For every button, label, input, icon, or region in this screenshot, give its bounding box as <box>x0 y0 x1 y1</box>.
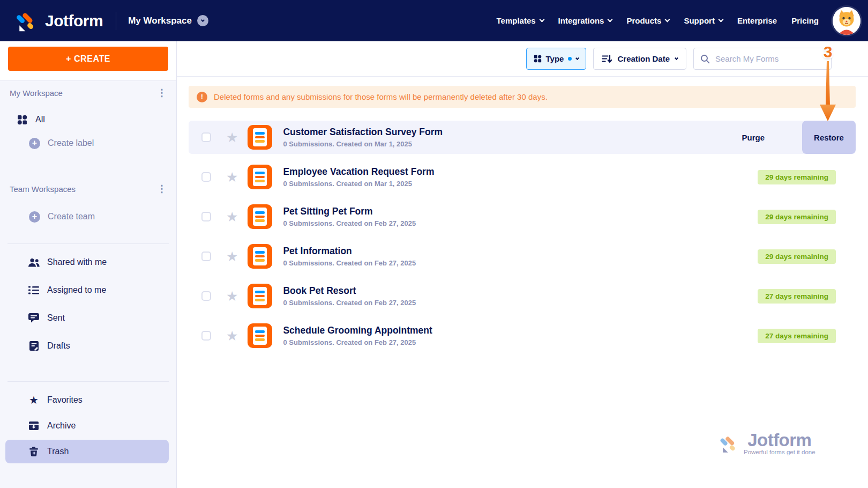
sidebar-item-label: Sent <box>47 313 65 323</box>
row-checkbox[interactable] <box>201 252 211 261</box>
table-row[interactable]: ★ Employee Vacation Request Form 0 Submi… <box>189 160 856 194</box>
create-button[interactable]: + CREATE <box>8 47 168 71</box>
days-remaining-badge: 29 days remaining <box>758 210 836 224</box>
table-row[interactable]: ★ Customer Satisfaction Survey Form 0 Su… <box>189 121 856 154</box>
jotform-logo[interactable]: Jotform <box>15 9 103 33</box>
jotform-logo-icon <box>15 9 39 33</box>
nav-support[interactable]: Support <box>684 16 723 25</box>
chevron-down-icon <box>539 17 544 23</box>
form-meta: 0 Submissions. Created on Feb 27, 2025 <box>283 259 416 267</box>
type-filter-button[interactable]: Type <box>526 48 587 70</box>
chevron-down-icon <box>608 17 613 23</box>
header-divider <box>116 12 116 30</box>
favorite-star-icon[interactable]: ★ <box>226 290 238 303</box>
form-info: Pet Information 0 Submissions. Created o… <box>283 246 416 267</box>
warning-text: Deleted forms and any submissions for th… <box>214 92 548 101</box>
workspace-switcher[interactable]: My Workspace <box>128 15 208 26</box>
favorite-star-icon[interactable]: ★ <box>226 250 238 263</box>
main-nav: Templates Integrations Products Support … <box>496 16 819 25</box>
favorite-star-icon[interactable]: ★ <box>226 131 238 144</box>
purge-button[interactable]: Purge <box>742 133 765 142</box>
form-title[interactable]: Customer Satisfaction Survey Form <box>283 127 443 138</box>
row-checkbox[interactable] <box>201 172 211 182</box>
form-title[interactable]: Book Pet Resort <box>283 285 416 297</box>
favorite-star-icon[interactable]: ★ <box>226 329 238 343</box>
section-title: Team Workspaces <box>10 184 76 194</box>
sidebar: + CREATE My Workspace ⋮ All + Create lab… <box>0 41 177 488</box>
form-info: Employee Vacation Request Form 0 Submiss… <box>283 166 434 188</box>
trash-warning-banner: ! Deleted forms and any submissions for … <box>189 86 856 108</box>
sidebar-item-label: Assigned to me <box>47 285 106 295</box>
sidebar-item-create-label[interactable]: + Create label <box>0 131 176 155</box>
form-title[interactable]: Pet Information <box>283 246 416 257</box>
sidebar-item-label: Drafts <box>47 341 70 351</box>
table-row[interactable]: ★ Book Pet Resort 0 Submissions. Created… <box>189 279 856 313</box>
sort-icon <box>602 54 612 64</box>
sidebar-item-shared-with-me[interactable]: Shared with me <box>0 250 176 274</box>
sidebar-item-favorites[interactable]: ★ Favorites <box>0 388 176 412</box>
form-list-area: ! Deleted forms and any submissions for … <box>177 77 868 488</box>
jotform-watermark: Jotform Powerful forms get it done <box>719 432 815 455</box>
sidebar-item-label: Trash <box>47 447 69 456</box>
sort-button[interactable]: Creation Date <box>593 48 686 70</box>
form-list: ★ Customer Satisfaction Survey Form 0 Su… <box>189 121 856 359</box>
avatar-cat-illustration <box>833 7 860 35</box>
form-title[interactable]: Pet Sitting Pet Form <box>283 206 416 217</box>
nav-enterprise[interactable]: Enterprise <box>737 16 777 25</box>
table-row[interactable]: ★ Pet Information 0 Submissions. Created… <box>189 240 856 273</box>
chevron-down-icon <box>675 56 678 60</box>
search-form <box>693 48 832 70</box>
archive-box-icon <box>28 422 40 430</box>
user-avatar[interactable] <box>833 7 860 35</box>
sidebar-item-sent[interactable]: Sent <box>0 306 176 330</box>
row-checkbox[interactable] <box>201 132 211 142</box>
sidebar-item-assigned-to-me[interactable]: Assigned to me <box>0 278 176 302</box>
nav-label: Integrations <box>558 16 604 25</box>
nav-label: Products <box>626 16 661 25</box>
nav-label: Support <box>684 16 715 25</box>
table-row[interactable]: ★ Pet Sitting Pet Form 0 Submissions. Cr… <box>189 200 856 233</box>
sidebar-item-drafts[interactable]: Drafts <box>0 334 176 358</box>
nav-label: Templates <box>496 16 535 25</box>
favorite-star-icon[interactable]: ★ <box>226 171 238 184</box>
nav-label: Enterprise <box>737 16 777 25</box>
row-checkbox[interactable] <box>201 291 211 301</box>
chevron-down-icon <box>718 17 723 23</box>
kebab-menu-icon[interactable]: ⋮ <box>157 184 167 194</box>
days-remaining-badge: 27 days remaining <box>758 329 836 343</box>
form-meta: 0 Submissions. Created on Feb 27, 2025 <box>283 219 416 227</box>
sidebar-item-create-team[interactable]: + Create team <box>0 205 176 228</box>
checklist-icon <box>28 286 40 294</box>
form-icon <box>248 204 272 229</box>
top-navbar: Jotform My Workspace Templates Integrati… <box>0 0 868 41</box>
sidebar-item-label: All <box>35 115 45 124</box>
sidebar-item-all[interactable]: All <box>0 108 176 131</box>
form-title[interactable]: Schedule Grooming Appointment <box>283 325 432 336</box>
nav-templates[interactable]: Templates <box>496 16 543 25</box>
row-checkbox[interactable] <box>201 212 211 221</box>
row-checkbox[interactable] <box>201 331 211 341</box>
chat-bubble-icon <box>28 313 40 323</box>
chevron-down-icon <box>197 15 208 26</box>
section-title: My Workspace <box>10 88 63 98</box>
sidebar-item-label: Favorites <box>47 395 83 405</box>
watermark-tagline: Powerful forms get it done <box>744 449 815 455</box>
trash-icon <box>28 447 40 456</box>
form-icon <box>248 165 272 189</box>
nav-integrations[interactable]: Integrations <box>558 16 612 25</box>
search-input[interactable] <box>715 54 825 63</box>
sidebar-item-trash[interactable]: Trash <box>5 440 169 463</box>
restore-button[interactable]: Restore <box>802 121 856 154</box>
table-row[interactable]: ★ Schedule Grooming Appointment 0 Submis… <box>189 319 856 352</box>
list-toolbar: Type Creation Date <box>177 41 868 77</box>
form-icon <box>248 125 272 150</box>
form-title[interactable]: Employee Vacation Request Form <box>283 166 434 178</box>
sidebar-item-label: Create label <box>48 138 94 148</box>
chevron-down-icon <box>665 17 670 23</box>
kebab-menu-icon[interactable]: ⋮ <box>157 88 167 98</box>
sidebar-item-archive[interactable]: Archive <box>0 414 176 438</box>
nav-products[interactable]: Products <box>626 16 669 25</box>
favorite-star-icon[interactable]: ★ <box>226 210 238 224</box>
sidebar-divider <box>8 381 169 382</box>
nav-pricing[interactable]: Pricing <box>791 16 819 25</box>
